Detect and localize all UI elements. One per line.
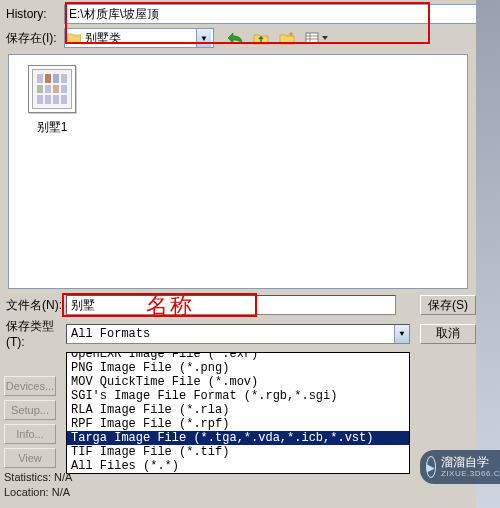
save-button[interactable]: 保存(S) (420, 295, 476, 315)
devices-button[interactable]: Devices... (4, 376, 56, 396)
annotation-name: 名称 (146, 291, 194, 321)
watermark-badge: ▶ 溜溜自学 ZIXUE.3D66.COM (420, 450, 500, 484)
file-item-label: 别墅1 (17, 119, 87, 136)
info-button[interactable]: Info... (4, 424, 56, 444)
right-decorative-strip (476, 0, 500, 508)
play-icon: ▶ (426, 456, 436, 478)
filename-label: 文件名(N): (4, 297, 66, 314)
location-text: Location: N/A (4, 485, 72, 500)
history-row: History: ▼ (4, 4, 496, 24)
history-label: History: (4, 7, 64, 21)
setup-button[interactable]: Setup... (4, 400, 56, 420)
file-item[interactable]: 别墅1 (17, 65, 87, 136)
back-icon[interactable] (226, 29, 244, 47)
filetype-label: 保存类型(T): (4, 318, 66, 349)
svg-rect-2 (306, 33, 318, 43)
up-one-level-icon[interactable] (252, 29, 270, 47)
savein-dropdown[interactable]: 别墅类 ▼ (64, 28, 214, 48)
views-icon[interactable] (304, 29, 330, 47)
format-option[interactable]: Targa Image File (*.tga,*.vda,*.icb,*.vs… (67, 431, 409, 445)
chevron-down-icon[interactable]: ▼ (196, 29, 211, 47)
filetype-combo[interactable]: All Formats ▼ (66, 324, 410, 344)
filetype-dropdown-list[interactable]: All FormatsAVI File (*.avi)BMP Image Fil… (66, 352, 410, 474)
view-button[interactable]: View (4, 448, 56, 468)
lower-panel: 文件名(N): 名称 保存(S) 保存类型(T): All Formats ▼ … (4, 295, 496, 474)
savein-row: 保存在(I): 别墅类 ▼ (4, 28, 496, 48)
savein-label: 保存在(I): (4, 30, 64, 47)
filename-input[interactable] (66, 295, 396, 315)
new-folder-icon[interactable] (278, 29, 296, 47)
save-dialog: History: ▼ 保存在(I): 别墅类 ▼ (0, 0, 500, 508)
chevron-down-icon[interactable]: ▼ (394, 325, 409, 343)
cancel-button[interactable]: 取消 (420, 324, 476, 344)
savein-toolbar (226, 29, 330, 47)
material-thumbnail-icon (28, 65, 76, 113)
left-side-buttons: Devices... Setup... Info... View (4, 376, 56, 468)
history-input[interactable] (64, 4, 480, 24)
format-option[interactable]: MOV QuickTime File (*.mov) (67, 375, 409, 389)
statistics-text: Statistics: N/A (4, 470, 72, 485)
format-option[interactable]: SGI's Image File Format (*.rgb,*.sgi) (67, 389, 409, 403)
format-option[interactable]: TIF Image File (*.tif) (67, 445, 409, 459)
filetype-value: All Formats (71, 327, 150, 341)
format-option[interactable]: All Files (*.*) (67, 459, 409, 473)
format-option[interactable]: RPF Image File (*.rpf) (67, 417, 409, 431)
stats-block: Statistics: N/A Location: N/A (4, 470, 72, 500)
format-option[interactable]: RLA Image File (*.rla) (67, 403, 409, 417)
folder-icon (67, 32, 81, 44)
format-option[interactable]: PNG Image File (*.png) (67, 361, 409, 375)
watermark-title: 溜溜自学 (441, 456, 500, 469)
format-option[interactable]: OpenEXR Image File (*.exr) (67, 352, 409, 361)
watermark-site: ZIXUE.3D66.COM (441, 469, 500, 478)
file-browser-area[interactable]: 别墅1 (8, 54, 468, 289)
savein-value: 别墅类 (85, 30, 196, 47)
